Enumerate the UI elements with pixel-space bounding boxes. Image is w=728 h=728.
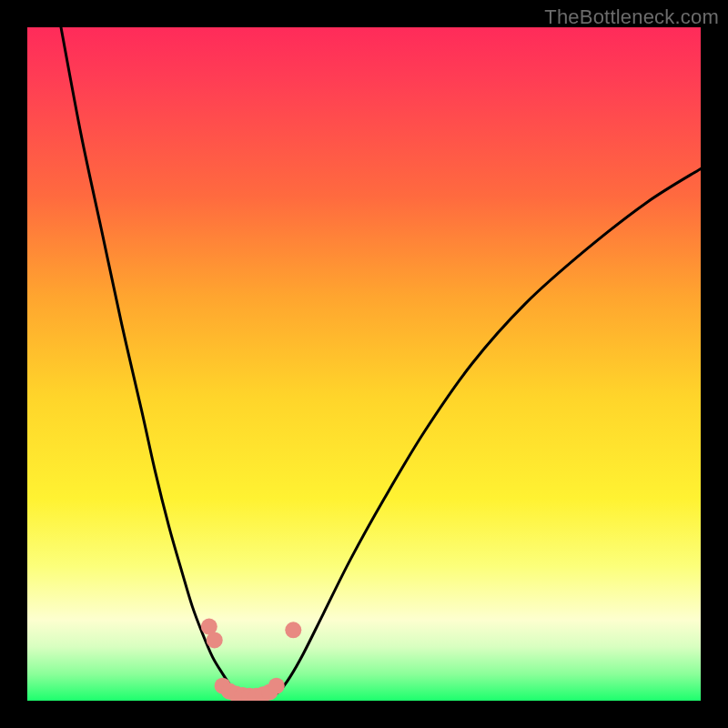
data-marker (215, 678, 231, 694)
data-marker (241, 688, 258, 701)
watermark-text: TheBottleneck.com (544, 5, 719, 29)
plot-area (27, 27, 701, 701)
marker-group (201, 619, 301, 701)
data-marker (201, 619, 217, 635)
curve-layer (27, 27, 701, 701)
data-marker (255, 686, 271, 701)
data-marker (207, 632, 223, 648)
left-branch-curve (61, 27, 243, 698)
data-marker (221, 683, 238, 700)
right-branch-curve (269, 168, 701, 698)
data-marker (235, 687, 251, 701)
data-marker (228, 686, 244, 701)
data-marker (261, 683, 278, 700)
data-marker (248, 688, 265, 701)
data-marker (268, 678, 285, 694)
chart-frame: TheBottleneck.com (0, 0, 728, 728)
data-marker (285, 622, 301, 638)
